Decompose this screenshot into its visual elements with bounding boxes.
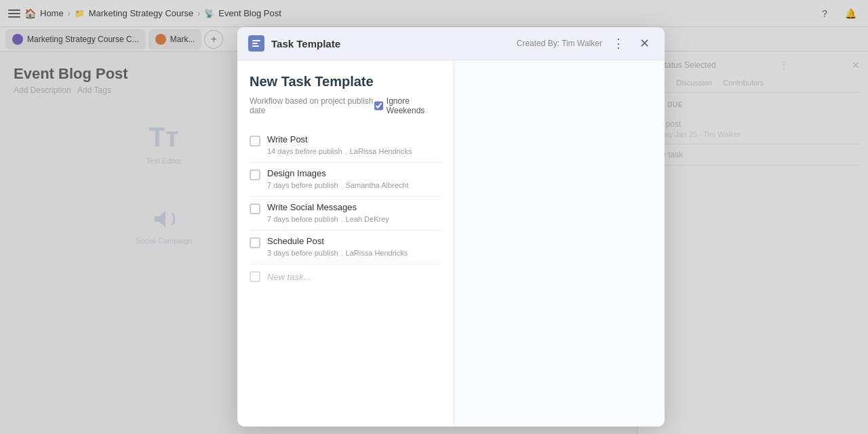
task-item-write-social: Write Social Messages 7 days before publ… [250,197,441,231]
task-template-modal: Task Template Created By: Tim Walker ⋮ ✕… [237,27,665,427]
task-info-1: Write Post 14 days before publish，LaRiss… [267,134,441,157]
modal-created-by: Created By: Tim Walker [517,39,602,48]
template-heading: New Task Template [250,74,441,90]
task-template-icon [248,35,264,52]
svg-rect-1 [252,43,258,44]
task-meta-4: 3 days before publish，LaRissa Hendricks [267,248,441,258]
task-item-design-images: Design Images 7 days before publish，Sama… [250,163,441,197]
task-item-schedule-post: Schedule Post 3 days before publish，LaRi… [250,231,441,264]
task-info-2: Design Images 7 days before publish，Sama… [267,168,441,191]
new-task-row: New task... [250,264,441,289]
task-name-3: Write Social Messages [267,202,441,212]
task-info-4: Schedule Post 3 days before publish，LaRi… [267,236,441,258]
task-info-3: Write Social Messages 7 days before publ… [267,202,441,224]
modal-right-panel [454,60,665,427]
workflow-text: Workflow based on project publish date [250,96,374,115]
task-name-4: Schedule Post [267,236,441,246]
ignore-weekends-text: Ignore Weekends [387,96,441,115]
modal-header: Task Template Created By: Tim Walker ⋮ ✕ [237,27,665,60]
new-task-input[interactable]: New task... [267,272,311,282]
modal-left-panel: New Task Template Workflow based on proj… [237,60,454,427]
task-checkbox-1[interactable] [250,136,260,146]
task-checkbox-3[interactable] [250,203,260,214]
modal-close-button[interactable]: ✕ [635,34,654,53]
modal-more-button[interactable]: ⋮ [609,34,628,53]
ignore-weekends-label[interactable]: Ignore Weekends [374,96,441,115]
task-meta-2: 7 days before publish，Samantha Albrecht [267,180,441,191]
task-checkbox-2[interactable] [250,170,260,180]
ignore-weekends-checkbox[interactable] [374,101,383,111]
new-task-checkbox[interactable] [250,271,260,282]
task-checkbox-4[interactable] [250,237,260,248]
task-name-1: Write Post [267,134,441,144]
svg-rect-0 [252,40,260,41]
task-meta-1: 14 days before publish，LaRissa Hendricks [267,146,441,157]
modal-title: Task Template [271,38,510,50]
task-item-write-post: Write Post 14 days before publish，LaRiss… [250,129,441,163]
svg-rect-2 [252,45,259,47]
task-name-2: Design Images [267,168,441,178]
modal-body: New Task Template Workflow based on proj… [237,60,665,427]
task-meta-3: 7 days before publish，Leah DeKrey [267,214,441,224]
workflow-row: Workflow based on project publish date I… [250,96,441,115]
